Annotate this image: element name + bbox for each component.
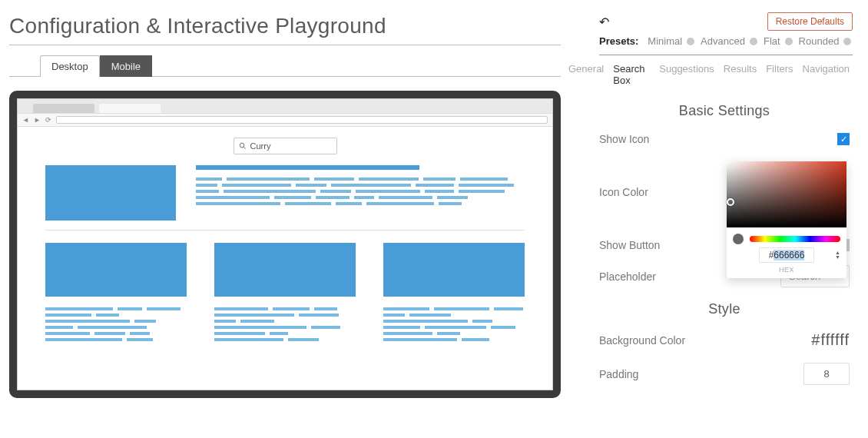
browser-navbar: ◄ ► ⟳ [18,113,552,127]
wire-heading [196,165,419,170]
label-show-button: Show Button [599,239,714,251]
browser-tabbar [18,99,552,113]
tab-mobile[interactable]: Mobile [100,55,152,77]
input-padding[interactable]: 8 [803,363,850,385]
svg-point-0 [240,143,244,148]
wire-hero-image [45,165,176,221]
browser-mock: ◄ ► ⟳ Curry [17,98,553,390]
wire-divider [45,230,525,231]
device-frame: ◄ ► ⟳ Curry [9,91,561,398]
label-placeholder: Placeholder [599,270,714,283]
color-picker-hue[interactable] [750,236,840,242]
tab-general[interactable]: General [568,63,604,86]
wire-paragraph [196,178,525,205]
color-picker-cursor[interactable] [727,198,734,206]
wire-card [214,243,356,341]
section-basic-settings: Basic Settings [599,103,850,119]
color-picker-sv[interactable] [727,161,846,227]
title-divider [9,45,561,45]
wire-card [383,243,525,341]
undo-icon[interactable]: ↶ [599,15,609,29]
presets-row: Presets: Minimal Advanced Flat Rounded [568,35,853,47]
color-picker-swatch [733,234,744,244]
label-icon-color: Icon Color [599,186,714,198]
tab-filters[interactable]: Filters [766,63,793,86]
tab-navigation[interactable]: Navigation [803,63,850,86]
color-picker-hex-input[interactable]: #666666 [759,247,814,263]
preset-flat[interactable]: Flat [764,35,793,47]
search-icon [239,142,247,150]
browser-tab-active [99,104,161,113]
checkbox-show-icon[interactable]: ✓ [837,133,850,145]
label-show-icon: Show Icon [599,133,714,145]
section-style: Style [599,301,850,317]
settings-tabs: General Search Box Suggestions Results F… [568,63,853,86]
tab-desktop[interactable]: Desktop [40,55,100,77]
svg-line-1 [244,147,246,149]
preset-minimal[interactable]: Minimal [648,35,694,47]
color-picker[interactable]: #666666 ▲ ▼ HEX [727,161,846,278]
reload-icon: ⟳ [45,116,51,124]
wire-card [45,243,187,341]
back-icon: ◄ [22,116,29,124]
device-tabs: Desktop Mobile [40,55,561,76]
preset-advanced[interactable]: Advanced [701,35,757,47]
input-background-color[interactable]: #ffffff [811,331,850,349]
label-background-color: Background Color [599,334,714,347]
label-padding: Padding [599,368,714,380]
tab-search-box[interactable]: Search Box [613,63,650,86]
demo-search-value: Curry [250,141,271,151]
tab-results[interactable]: Results [724,63,757,86]
right-divider [599,55,853,55]
chevron-down-icon: ▼ [835,255,840,260]
color-picker-mode-spinner[interactable]: ▲ ▼ [835,251,840,260]
color-picker-hex-label: HEX [727,266,846,278]
address-bar [56,116,548,124]
demo-search-box[interactable]: Curry [234,138,337,154]
restore-defaults-button[interactable]: Restore Defaults [767,12,853,31]
page-title: Configuration & Interactive Playground [9,14,561,38]
browser-tab [33,104,94,113]
tab-suggestions[interactable]: Suggestions [659,63,714,86]
preset-rounded[interactable]: Rounded [799,35,852,47]
presets-label: Presets: [599,35,638,47]
forward-icon: ► [34,116,41,124]
